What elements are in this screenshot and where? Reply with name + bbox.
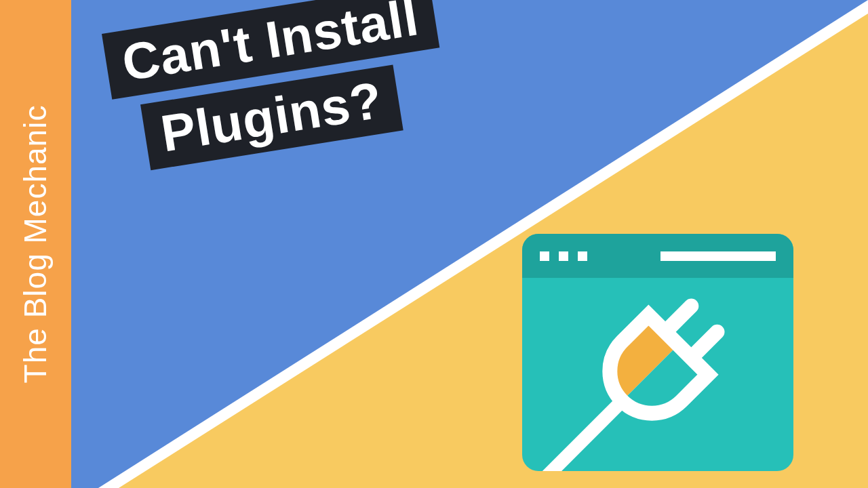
brand-text: The Blog Mechanic xyxy=(18,105,54,384)
browser-window-icon xyxy=(522,234,793,471)
address-bar xyxy=(660,251,776,261)
window-dot xyxy=(559,251,568,261)
svg-rect-4 xyxy=(658,296,702,340)
window-dot xyxy=(540,251,549,261)
window-dot xyxy=(578,251,587,261)
headline: Can't Install Plugins? xyxy=(102,0,451,174)
brand-sidebar: The Blog Mechanic xyxy=(0,0,71,488)
plug-icon xyxy=(545,281,769,471)
browser-header xyxy=(522,234,793,278)
svg-rect-5 xyxy=(684,321,728,365)
window-controls xyxy=(540,251,587,261)
